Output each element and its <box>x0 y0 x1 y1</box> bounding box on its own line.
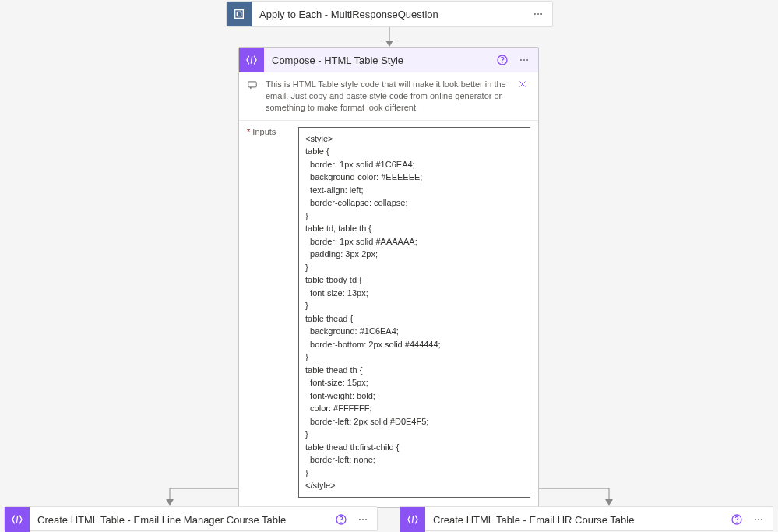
loop-icon <box>227 2 252 26</box>
more-menu[interactable] <box>527 3 549 25</box>
help-button[interactable] <box>726 509 748 530</box>
svg-point-16 <box>523 59 525 61</box>
svg-point-32 <box>761 519 762 520</box>
help-button[interactable] <box>330 509 352 530</box>
svg-point-10 <box>537 13 539 15</box>
more-menu[interactable] <box>352 509 374 530</box>
note-text: This is HTML Table style code that will … <box>266 79 509 114</box>
card-title: Create HTML Table - Email Line Manager C… <box>30 514 330 526</box>
help-button[interactable] <box>491 49 513 71</box>
svg-point-17 <box>526 59 528 61</box>
svg-point-14 <box>502 62 502 63</box>
compose-header[interactable]: Compose - HTML Table Style <box>239 48 538 72</box>
svg-line-12 <box>251 56 252 63</box>
create-html-table-line-manager-card[interactable]: Create HTML Table - Email Line Manager C… <box>4 506 378 531</box>
svg-point-29 <box>736 522 737 523</box>
apply-to-each-card[interactable]: Apply to Each - MultiResponseQuestion <box>226 1 553 27</box>
compose-icon <box>239 48 264 72</box>
create-html-table-hr-card[interactable]: Create HTML Table - Email HR Course Tabl… <box>400 506 773 531</box>
close-note-button[interactable] <box>515 79 530 89</box>
svg-line-27 <box>412 516 413 523</box>
comment-icon <box>245 79 259 90</box>
more-menu[interactable] <box>513 49 535 71</box>
svg-marker-5 <box>166 499 174 506</box>
svg-rect-8 <box>235 10 244 19</box>
compose-icon <box>5 507 30 532</box>
svg-point-26 <box>365 519 367 520</box>
svg-point-15 <box>520 59 522 61</box>
card-title: Create HTML Table - Email HR Course Tabl… <box>425 514 726 526</box>
svg-point-30 <box>755 519 756 520</box>
note-row: This is HTML Table style code that will … <box>239 72 538 121</box>
compose-icon <box>400 507 425 532</box>
svg-line-21 <box>16 516 17 523</box>
svg-marker-1 <box>385 41 393 47</box>
inputs-textbox[interactable]: <style> table { border: 1px solid #1C6EA… <box>298 127 530 498</box>
svg-marker-7 <box>605 499 613 506</box>
svg-point-25 <box>362 519 364 520</box>
svg-rect-18 <box>248 82 257 87</box>
svg-point-31 <box>758 519 759 520</box>
compose-html-style-card: Compose - HTML Table Style This is HTML … <box>238 47 539 508</box>
more-menu[interactable] <box>748 509 769 530</box>
card-title: Compose - HTML Table Style <box>264 55 491 66</box>
svg-point-23 <box>340 522 341 523</box>
svg-point-11 <box>540 13 542 15</box>
svg-point-24 <box>359 519 361 520</box>
svg-point-9 <box>534 13 536 15</box>
card-title: Apply to Each - MultiResponseQuestion <box>252 9 527 20</box>
inputs-label: Inputs <box>247 127 290 498</box>
